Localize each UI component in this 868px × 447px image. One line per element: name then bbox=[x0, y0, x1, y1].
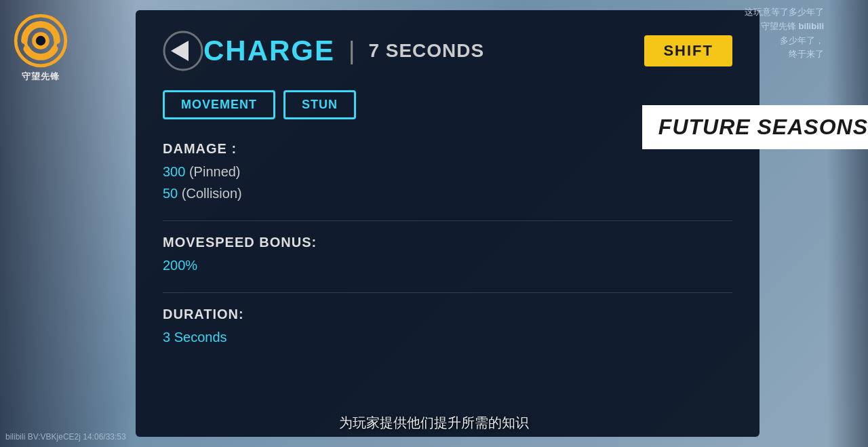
damage-pinned: 300 (Pinned) bbox=[163, 161, 732, 182]
bili-line-3: 多少年了， bbox=[745, 34, 824, 48]
bili-line-4: 终于来了 bbox=[745, 47, 824, 62]
future-seasons-badge: FUTURE SEASONS bbox=[642, 105, 868, 149]
bili-bottom-text: bilibili BV:VBKjeCE2j 14:06/33:53 bbox=[5, 432, 126, 442]
main-panel: CHARGE | 7 SECONDS SHIFT MOVEMENT STUN D… bbox=[136, 10, 760, 437]
tag-stun: STUN bbox=[283, 90, 356, 119]
tag-movement: MOVEMENT bbox=[163, 90, 275, 119]
movespeed-section: MOVESPEED BONUS: 200% bbox=[163, 235, 732, 276]
damage-collision: 50 (Collision) bbox=[163, 182, 732, 204]
ability-header: CHARGE | 7 SECONDS SHIFT bbox=[163, 31, 732, 71]
damage-section: DAMAGE : 300 (Pinned) 50 (Collision) bbox=[163, 141, 732, 204]
duration-section: DURATION: 3 Seconds bbox=[163, 307, 732, 348]
bili-line-2: 守望先锋 bilibili bbox=[745, 20, 824, 34]
charge-ability-icon bbox=[163, 31, 203, 71]
damage-pinned-suffix: (Pinned) bbox=[189, 164, 241, 179]
divider-1 bbox=[163, 220, 732, 221]
ow-logo-icon bbox=[14, 14, 68, 68]
duration-label: DURATION: bbox=[163, 307, 732, 322]
damage-collision-value: 50 bbox=[163, 186, 178, 201]
damage-pinned-value: 300 bbox=[163, 164, 185, 179]
shift-key-button[interactable]: SHIFT bbox=[644, 35, 732, 66]
ability-name: CHARGE bbox=[203, 35, 335, 67]
bili-line-1: 这玩意等了多少年了 bbox=[745, 5, 824, 20]
damage-collision-suffix: (Collision) bbox=[182, 186, 242, 201]
subtitle-text: 为玩家提供他们提升所需的知识 bbox=[339, 415, 529, 430]
bottom-subtitle: 为玩家提供他们提升所需的知识 bbox=[339, 414, 529, 432]
movespeed-label: MOVESPEED BONUS: bbox=[163, 235, 732, 250]
right-vignette bbox=[827, 0, 868, 447]
ability-separator: | bbox=[349, 37, 355, 65]
ability-cooldown: 7 SECONDS bbox=[368, 40, 484, 62]
svg-point-3 bbox=[36, 36, 45, 45]
duration-value: 3 Seconds bbox=[163, 326, 732, 348]
movespeed-value: 200% bbox=[163, 254, 732, 276]
bili-watermark: 这玩意等了多少年了 守望先锋 bilibili 多少年了， 终于来了 bbox=[745, 5, 824, 62]
brand-text: 守望先锋 bbox=[22, 71, 60, 83]
svg-marker-5 bbox=[171, 41, 189, 61]
divider-2 bbox=[163, 292, 732, 293]
bili-bottom-bar: bilibili BV:VBKjeCE2j 14:06/33:53 bbox=[0, 432, 126, 442]
ow-logo-area: 守望先锋 bbox=[14, 14, 68, 83]
future-seasons-text: FUTURE SEASONS bbox=[658, 115, 868, 139]
